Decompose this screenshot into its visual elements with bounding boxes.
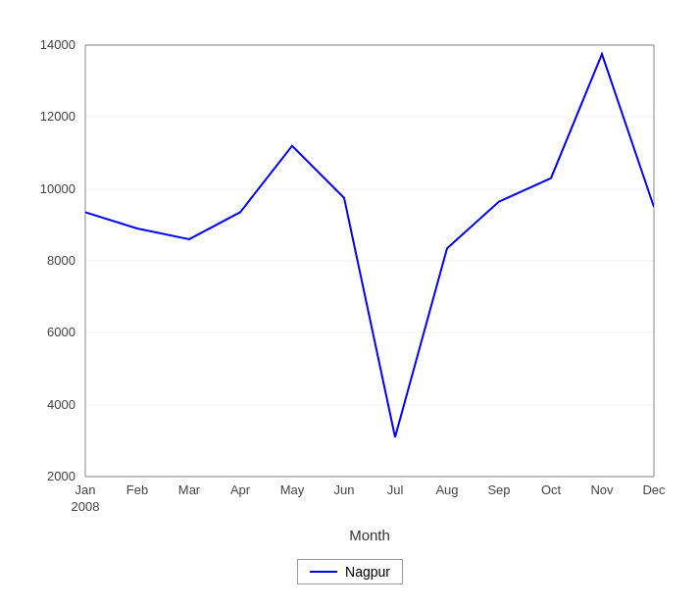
x-axis-label: Month <box>349 527 390 543</box>
legend-line-color <box>310 571 337 573</box>
y-tick-6000: 6000 <box>47 325 75 339</box>
y-tick-10000: 10000 <box>40 181 75 196</box>
x-tick-jul: Jul <box>387 482 404 497</box>
x-tick-dec: Dec <box>642 482 666 497</box>
legend-label: Nagpur <box>345 564 390 580</box>
y-tick-14000: 14000 <box>40 37 75 52</box>
y-tick-2000: 2000 <box>47 469 75 483</box>
x-tick-nov: Nov <box>590 482 614 497</box>
x-tick-aug: Aug <box>435 482 458 497</box>
x-tick-jun: Jun <box>334 482 355 497</box>
line-chart: 2000 4000 6000 8000 10000 12000 14000 Ja… <box>17 25 683 555</box>
y-tick-12000: 12000 <box>40 109 75 124</box>
x-tick-mar: Mar <box>178 482 201 497</box>
x-tick-apr: Apr <box>230 482 251 497</box>
x-tick-feb: Feb <box>126 482 148 497</box>
x-tick-oct: Oct <box>541 482 562 497</box>
x-tick-jan: Jan <box>75 482 96 497</box>
y-tick-4000: 4000 <box>47 397 75 412</box>
year-label: 2008 <box>72 499 100 514</box>
legend: Nagpur <box>297 559 403 584</box>
x-tick-may: May <box>280 482 305 497</box>
y-tick-8000: 8000 <box>47 253 75 268</box>
chart-container: 2000 4000 6000 8000 10000 12000 14000 Ja… <box>0 0 700 609</box>
x-tick-sep: Sep <box>487 482 510 497</box>
nagpur-line <box>85 54 654 437</box>
